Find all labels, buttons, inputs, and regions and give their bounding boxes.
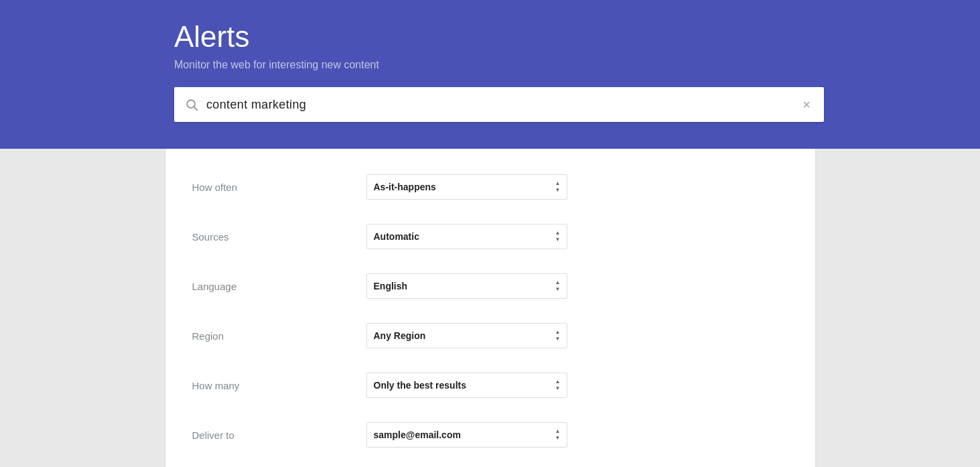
options-card: How often As-it-happens At most once a d… <box>165 149 815 467</box>
sources-label: Sources <box>192 231 366 243</box>
deliver-to-row: Deliver to sample@email.com <box>192 410 788 460</box>
how-often-label: How often <box>192 182 366 193</box>
sources-select-wrapper: Automatic News Blogs Web Video Books Dis… <box>366 224 567 249</box>
search-input[interactable] <box>206 98 800 112</box>
region-select-wrapper: Any Region United States United Kingdom … <box>366 323 567 348</box>
svg-line-1 <box>194 107 198 111</box>
actions-row: Update alert Hide options ▲ <box>192 460 788 467</box>
language-row: Language English Spanish French German I… <box>192 261 788 311</box>
deliver-to-select-wrapper: sample@email.com <box>366 422 567 448</box>
page-subtitle: Monitor the web for interesting new cont… <box>174 59 980 71</box>
search-bar: × <box>174 87 824 122</box>
how-many-select[interactable]: Only the best results All results <box>366 373 567 398</box>
language-select[interactable]: English Spanish French German Italian Po… <box>366 273 567 299</box>
search-icon <box>185 98 198 111</box>
main-content: How often As-it-happens At most once a d… <box>0 149 980 467</box>
page-title: Alerts <box>174 20 980 54</box>
language-select-wrapper: English Spanish French German Italian Po… <box>366 273 567 299</box>
how-many-row: How many Only the best results All resul… <box>192 360 788 410</box>
how-many-label: How many <box>192 380 366 391</box>
region-select[interactable]: Any Region United States United Kingdom … <box>366 323 567 348</box>
sources-select[interactable]: Automatic News Blogs Web Video Books Dis… <box>366 224 567 249</box>
region-row: Region Any Region United States United K… <box>192 311 788 360</box>
how-often-select-wrapper: As-it-happens At most once a day At most… <box>366 174 567 200</box>
language-label: Language <box>192 281 366 292</box>
deliver-to-label: Deliver to <box>192 429 366 441</box>
header: Alerts Monitor the web for interesting n… <box>0 0 980 149</box>
how-often-select[interactable]: As-it-happens At most once a day At most… <box>366 174 567 200</box>
sources-row: Sources Automatic News Blogs Web Video B… <box>192 212 788 261</box>
how-many-select-wrapper: Only the best results All results <box>366 373 567 398</box>
region-label: Region <box>192 330 366 342</box>
deliver-to-select[interactable]: sample@email.com <box>366 422 567 448</box>
clear-search-button[interactable]: × <box>800 94 813 115</box>
how-often-row: How often As-it-happens At most once a d… <box>192 162 788 212</box>
